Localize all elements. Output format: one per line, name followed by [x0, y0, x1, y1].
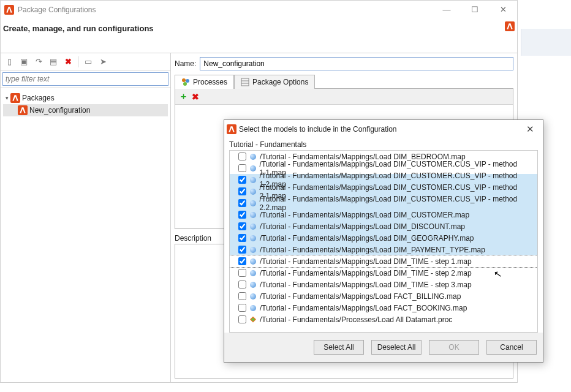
mapping-icon [249, 153, 257, 161]
list-item[interactable]: /Tutorial - Fundamentals/Mappings/Load D… [230, 267, 537, 279]
model-checkbox[interactable] [238, 187, 246, 195]
cancel-button[interactable]: Cancel [486, 340, 537, 355]
mapping-icon [249, 176, 257, 184]
delete-icon[interactable]: ✖ [62, 56, 74, 68]
model-label: /Tutorial - Fundamentals/Mappings/Load D… [260, 246, 485, 254]
tab-package-options[interactable]: Package Options [234, 75, 315, 89]
mapping-icon [249, 211, 257, 219]
model-checkbox[interactable] [238, 153, 246, 160]
model-checkbox[interactable] [238, 176, 246, 184]
model-label: /Tutorial - Fundamentals/Mappings/Load F… [260, 304, 467, 312]
header-title: Create, manage, and run configurations [3, 24, 154, 33]
description-label: Description [175, 234, 211, 243]
list-item[interactable]: /Tutorial - Fundamentals/Mappings/Load F… [230, 290, 537, 302]
model-checkbox[interactable] [238, 269, 246, 277]
name-label: Name: [175, 59, 196, 68]
dialog-icon [227, 124, 236, 134]
dialog-titlebar[interactable]: Select the models to include in the Conf… [224, 120, 543, 138]
sidebar-toolbar: ▯ ▣ ↷ ▤ ✖ ▭ ➤ [1, 53, 170, 70]
model-checkbox[interactable] [238, 281, 246, 288]
mapping-icon [249, 304, 257, 312]
maximize-button[interactable]: ☐ [461, 1, 489, 19]
titlebar[interactable]: Package Configurations — ☐ ✕ [1, 1, 517, 19]
model-label: /Tutorial - Fundamentals/Mappings/Load D… [260, 281, 472, 289]
sidebar-tree: ▾ Packages New_configuration [1, 88, 170, 120]
mapping-icon [249, 222, 257, 231]
export-icon[interactable]: ↷ [32, 56, 45, 68]
model-label: /Tutorial - Fundamentals/Mappings/Load D… [260, 195, 537, 212]
mapping-icon [249, 199, 257, 208]
process-icon [249, 315, 257, 324]
options-icon [241, 78, 249, 86]
package-icon [18, 105, 28, 115]
model-checkbox[interactable] [238, 199, 246, 207]
list-item[interactable]: /Tutorial - Fundamentals/Mappings/Load F… [230, 302, 537, 314]
tab-processes[interactable]: Processes [175, 75, 234, 89]
model-label: /Tutorial - Fundamentals/Mappings/Load D… [260, 222, 465, 231]
model-label: /Tutorial - Fundamentals/Mappings/Load D… [260, 234, 474, 243]
list-item[interactable]: /Tutorial - Fundamentals/Mappings/Load D… [230, 279, 537, 290]
model-checkbox[interactable] [238, 211, 246, 219]
mapping-icon [249, 187, 257, 196]
window-title: Package Configurations [18, 6, 433, 14]
dialog-close-icon[interactable]: ✕ [520, 124, 540, 135]
deselect-all-button[interactable]: Deselect All [371, 340, 422, 355]
mapping-icon [249, 257, 257, 266]
tree-root[interactable]: ▾ Packages [3, 92, 168, 104]
app-icon [4, 5, 14, 15]
sidebar: ▯ ▣ ↷ ▤ ✖ ▭ ➤ ▾ Packages Ne [1, 53, 171, 382]
mapping-icon [249, 246, 257, 254]
model-label: /Tutorial - Fundamentals/Mappings/Load D… [260, 257, 472, 266]
remove-process-icon[interactable]: ✖ [192, 92, 199, 102]
dialog-title: Select the models to include in the Conf… [236, 125, 520, 134]
mapping-icon [249, 164, 257, 173]
copy-icon[interactable]: ▭ [82, 56, 94, 68]
model-checkbox[interactable] [238, 292, 246, 300]
svg-rect-3 [241, 78, 249, 86]
processes-icon [181, 78, 190, 86]
model-checkbox[interactable] [238, 222, 246, 230]
svg-point-0 [182, 78, 186, 82]
model-checkbox[interactable] [238, 257, 246, 265]
minimize-button[interactable]: — [433, 1, 461, 19]
mapping-icon [249, 281, 257, 289]
model-checkbox[interactable] [238, 304, 246, 312]
new-folder-icon[interactable]: ▣ [18, 56, 30, 68]
svg-point-1 [186, 79, 189, 83]
mapping-icon [249, 269, 257, 277]
header: Create, manage, and run configurations [1, 19, 517, 53]
add-process-icon[interactable]: ＋ [179, 91, 188, 102]
model-checkbox[interactable] [238, 246, 246, 254]
select-models-dialog: Select the models to include in the Conf… [224, 119, 543, 363]
list-item[interactable]: /Tutorial - Fundamentals/Mappings/Load D… [230, 221, 537, 232]
ok-button[interactable]: OK [429, 340, 479, 355]
list-item[interactable]: /Tutorial - Fundamentals/Processes/Load … [230, 314, 537, 325]
list-item[interactable]: /Tutorial - Fundamentals/Mappings/Load D… [230, 244, 537, 255]
list-item[interactable]: /Tutorial - Fundamentals/Mappings/Load D… [230, 197, 537, 209]
model-label: /Tutorial - Fundamentals/Processes/Load … [260, 315, 452, 324]
model-list[interactable]: /Tutorial - Fundamentals/Mappings/Load D… [229, 150, 538, 333]
tree-item[interactable]: New_configuration [3, 104, 168, 116]
run-icon[interactable]: ➤ [97, 56, 109, 68]
caret-down-icon[interactable]: ▾ [3, 95, 10, 101]
group-header: Tutorial - Fundamentals [224, 138, 543, 149]
new-config-icon[interactable]: ▯ [3, 56, 15, 68]
mapping-icon [249, 234, 257, 243]
import-icon[interactable]: ▤ [47, 56, 59, 68]
model-label: /Tutorial - Fundamentals/Mappings/Load F… [260, 292, 461, 301]
name-input[interactable] [200, 57, 513, 70]
model-label: /Tutorial - Fundamentals/Mappings/Load D… [260, 211, 469, 219]
header-brand-icon [505, 21, 515, 31]
list-item[interactable]: /Tutorial - Fundamentals/Mappings/Load D… [230, 232, 537, 244]
select-all-button[interactable]: Select All [314, 340, 364, 355]
model-checkbox[interactable] [238, 315, 246, 323]
mapping-icon [249, 292, 257, 301]
list-item[interactable]: /Tutorial - Fundamentals/Mappings/Load D… [230, 255, 537, 267]
filter-input[interactable] [2, 72, 168, 86]
background-panel [521, 29, 571, 56]
model-checkbox[interactable] [238, 234, 246, 242]
model-checkbox[interactable] [238, 164, 246, 172]
close-button[interactable]: ✕ [489, 1, 517, 19]
packages-icon [10, 93, 20, 103]
svg-point-2 [183, 82, 187, 86]
